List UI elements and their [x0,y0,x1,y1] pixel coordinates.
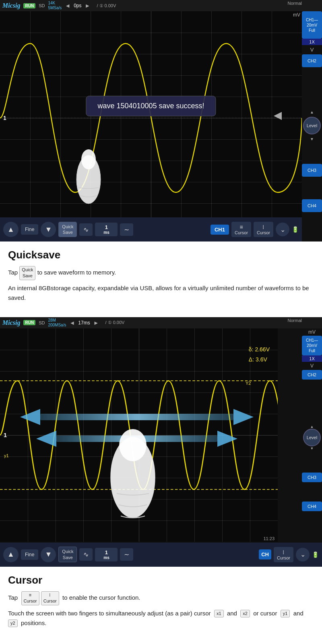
v-label-1: V [302,45,322,54]
chevron-up-2: ▲ [302,425,322,429]
fine-btn-1[interactable]: Fine [21,224,38,235]
cursor1-btn-1[interactable]: ≡ Cursor [231,222,251,237]
time-offset: 0ps [74,3,81,8]
up-arrow-btn-2[interactable]: ▲ [3,547,19,562]
section-body-info-2: Touch the screen with two fingers to sim… [8,609,314,628]
sample-rate-1: 14K 5MSa/s [48,1,62,10]
tap-suffix-2: to enable the cursor function. [62,594,140,601]
down-arrow-btn-2[interactable]: ▼ [41,547,56,562]
wave-shape-btn-2[interactable]: ∿ [79,548,93,561]
quicksave-btn-1[interactable]: Quick Save [58,222,77,237]
waveform-svg-1: 1 [0,11,302,225]
ch2-button-1[interactable]: CH2 [302,54,322,67]
run-badge-1: RUN [23,3,35,8]
text-section-2: Cursor Tap ≡Cursor ⁞Cursor to enable the… [0,567,322,638]
run-badge-2: RUN [23,320,35,325]
trigger-info-1: / ① 0.00V [97,3,116,8]
normal-label-2: Normal [288,318,302,323]
oscilloscope-screen-2: Micsig RUN SD 28M 200MSa/s ◄ 17ms ► / ① … [0,317,322,567]
scope-toolbar-1: ▲ Fine ▼ Quick Save ∿ 1 ms ∼ CH1 ≡ Curso… [0,217,302,242]
waveform-svg-2: 1 [0,328,278,542]
section-title-1: Quicksave [8,249,314,261]
onex-badge-2: 1X [302,355,322,362]
trigger-info-2: / ① 0.00V [105,320,125,325]
tap-suffix-1: to save waveform to memory. [37,269,116,276]
ch3-button-2[interactable]: CH3 [302,473,322,482]
wave-shape-btn-1[interactable]: ∿ [79,223,93,236]
time-arrow-right-2: ► [93,320,99,326]
section-body-tap-2: Tap ≡Cursor ⁞Cursor to enable the cursor… [8,591,314,605]
y1-marker: y1 [4,453,9,458]
onex-badge-1: 1X [302,39,322,45]
micsig-logo-2: Micsig [2,319,20,326]
y2-icon: y2 [8,619,18,627]
cursor2-btn-1[interactable]: ⁞ Cursor [254,222,273,237]
time-selector-2[interactable]: 1 ms [95,548,118,561]
chevron-down-2: ▼ [302,446,322,450]
fine-btn-2[interactable]: Fine [21,549,38,560]
text-section-1: Quicksave Tap QuickSave to save waveform… [0,242,322,312]
sd-badge-1: SD [39,3,45,8]
y2-marker: Y2 [246,381,251,386]
x1-icon: x1 [214,610,224,617]
tap-label-1: Tap [8,269,18,276]
battery-icon-2: 🔋 [312,551,319,558]
cursor2-indicator-1[interactable]: ⁞ Cursor [274,547,293,562]
wave-type-btn-1[interactable]: ∼ [120,223,133,236]
x2-icon: x2 [240,610,250,617]
mv-label-2: mV [302,328,322,336]
scope-display-1: 1 wave 1504010005 save success! 11:23 [0,11,302,225]
scope-display-2: 1 δ: 2.66V Δ: 3.6V Y2 y1 [0,328,278,542]
right-panel-1: CH1— 20mV Full 1X V CH2 ▲ Level ▼ CH3 CH… [302,11,322,225]
section-body-info-1: An internal 8GBstorage capacity, expanda… [8,283,314,303]
ch1-indicator-2[interactable]: CH [259,549,271,559]
more-btn-1[interactable]: ⌄ [276,223,289,236]
cursor2-inline-btn: ⁞Cursor [41,591,59,605]
cursor-measurements: δ: 2.66V Δ: 3.6V [249,345,270,365]
up-arrow-btn-1[interactable]: ▲ [3,222,19,237]
battery-icon-1: 🔋 [292,226,299,233]
y1-icon: y1 [281,610,290,617]
ch3-button-1[interactable]: CH3 [302,164,322,177]
ch4-button-1[interactable]: CH4 [302,199,322,212]
level-knob-1[interactable]: ▲ Level ▼ [302,116,322,136]
quicksave-inline-btn: QuickSave [19,266,35,280]
level-circle-1[interactable]: Level [303,117,321,134]
time-indicator-2: 11:23 [263,536,275,541]
scope-header-2: Micsig RUN SD 28M 200MSa/s ◄ 17ms ► / ① … [0,317,322,328]
ch1-button-2[interactable]: CH1— 20mV Full [302,336,322,355]
v-label-2: V [302,362,322,370]
time-selector-1[interactable]: 1 ms [95,223,118,236]
time-arrow-left: ◄ [65,2,70,9]
svg-text:1: 1 [3,115,6,121]
time-arrow-left-2: ◄ [69,320,75,326]
time-offset-2: 17ms [78,320,90,326]
section-title-2: Cursor [8,574,314,586]
scope-header-1: Micsig RUN SD 14K 5MSa/s ◄ 0ps ► / ① 0.0… [0,0,322,11]
sample-rate-2: 28M 200MSa/s [48,318,66,328]
micsig-logo-1: Micsig [2,2,20,9]
ch1-indicator-1[interactable]: CH1 [211,225,229,235]
down-arrow-btn-1[interactable]: ▼ [41,222,56,237]
ch2-button-2[interactable]: CH2 [302,370,322,380]
level-knob-2[interactable]: Level [303,429,321,446]
svg-marker-2 [274,112,282,120]
cursor1-inline-btn: ≡Cursor [21,591,39,605]
mv-label-1: mV [293,12,300,18]
ch4-button-2[interactable]: CH4 [302,502,322,511]
quicksave-btn-2[interactable]: Quick Save [58,547,77,562]
more-btn-2[interactable]: ⌄ [296,548,310,561]
normal-label-1: Normal [288,1,302,6]
oscilloscope-screen-1: Micsig RUN SD 14K 5MSa/s ◄ 0ps ► / ① 0.0… [0,0,322,242]
wave-type-btn-2[interactable]: ∼ [120,548,133,561]
chevron-down-1: ▼ [310,137,314,141]
scope-toolbar-2: ▲ Fine ▼ Quick Save ∿ 1 ms ∼ CH ⁞ Cursor… [0,543,322,567]
save-toast: wave 1504010005 save success! [86,96,216,116]
right-panel-2: mV CH1— 20mV Full 1X V CH2 ▲ Level ▼ CH3 [278,328,322,542]
svg-text:1: 1 [4,432,7,438]
sd-badge-2: SD [39,320,45,325]
ch1-button-1[interactable]: CH1— 20mV Full [302,11,322,39]
time-arrow-right: ► [85,2,91,9]
tap-label-2: Tap [8,594,18,601]
section-body-tap-1: Tap QuickSave to save waveform to memory… [8,266,314,280]
